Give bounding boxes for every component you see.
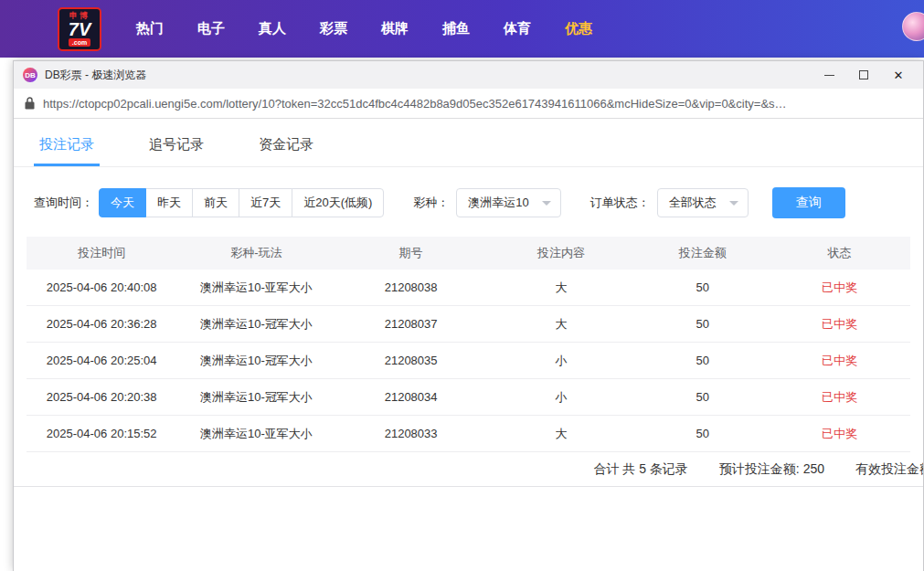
cell-status: 已中奖	[769, 426, 910, 442]
screen: 申博 7V .com 热门 电子 真人 彩票 棋牌 捕鱼 体育 优惠 DB DB…	[0, 0, 924, 571]
cell-bet-content: 大	[486, 426, 636, 442]
header-status: 状态	[769, 245, 910, 261]
date-last7days-button[interactable]: 近7天	[239, 188, 292, 217]
date-today-button[interactable]: 今天	[99, 188, 146, 217]
table-row: 2025-04-06 20:36:28 澳洲幸运10-冠军大小 21208037…	[27, 306, 910, 343]
chevron-down-icon	[542, 201, 551, 206]
summary-expected-amount: 预计投注金额: 250	[719, 461, 824, 478]
summary-bar: 合计 共 5 条记录 预计投注金额: 250 有效投注金额	[14, 452, 923, 487]
cell-game-play: 澳洲幸运10-冠军大小	[176, 389, 335, 406]
cell-bet-content: 大	[486, 316, 636, 333]
cell-game-play: 澳洲幸运10-冠军大小	[176, 316, 335, 333]
header-issue: 期号	[335, 245, 485, 261]
cell-bet-content: 小	[486, 353, 636, 369]
top-nav: 热门 电子 真人 彩票 棋牌 捕鱼 体育 优惠	[136, 20, 592, 37]
close-button[interactable]: ✕	[881, 62, 916, 88]
status-select-value: 全部状态	[669, 195, 717, 211]
status-select[interactable]: 全部状态	[657, 188, 749, 217]
nav-item-fishing[interactable]: 捕鱼	[442, 20, 470, 37]
cell-status: 已中奖	[769, 389, 910, 406]
maximize-button[interactable]	[846, 62, 881, 88]
nav-item-board-games[interactable]: 棋牌	[381, 20, 409, 37]
table-header-row: 投注时间 彩种-玩法 期号 投注内容 投注金额 状态	[27, 237, 910, 270]
nav-item-promotions[interactable]: 优惠	[565, 20, 592, 37]
cell-bet-amount: 50	[636, 390, 769, 404]
cell-bet-time: 2025-04-06 20:20:38	[27, 390, 176, 404]
header-bet-content: 投注内容	[486, 245, 636, 261]
nav-item-sports[interactable]: 体育	[504, 20, 531, 37]
header-game-play: 彩种-玩法	[176, 245, 335, 261]
tab-chase-records[interactable]: 追号记录	[143, 131, 209, 166]
date-range-group: 今天 昨天 前天 近7天 近20天(低频)	[99, 188, 384, 217]
cell-bet-time: 2025-04-06 20:36:28	[27, 317, 176, 331]
filter-bar: 查询时间： 今天 昨天 前天 近7天 近20天(低频) 彩种： 澳洲幸运10 订…	[14, 167, 923, 237]
cell-bet-time: 2025-04-06 20:25:04	[27, 354, 176, 367]
avatar[interactable]	[902, 12, 924, 41]
tab-bar: 投注记录 追号记录 资金记录	[14, 119, 923, 167]
cell-issue: 21208038	[335, 280, 485, 294]
table-row: 2025-04-06 20:20:38 澳洲幸运10-冠军大小 21208034…	[27, 379, 910, 416]
nav-item-lottery[interactable]: 彩票	[320, 20, 347, 37]
cell-bet-amount: 50	[636, 354, 769, 367]
lottery-select-value: 澳洲幸运10	[468, 195, 528, 211]
cell-status: 已中奖	[769, 316, 910, 333]
cell-status: 已中奖	[769, 353, 910, 369]
url-text: https://ctopcp02pcali.uengi5e.com/lotter…	[43, 97, 787, 111]
header-bet-amount: 投注金额	[636, 245, 769, 261]
cell-issue: 21208034	[335, 390, 485, 404]
table-row: 2025-04-06 20:25:04 澳洲幸运10-冠军大小 21208035…	[27, 343, 910, 379]
cell-bet-amount: 50	[636, 427, 769, 440]
cell-bet-amount: 50	[636, 280, 769, 294]
status-filter-label: 订单状态：	[590, 195, 650, 211]
cell-bet-time: 2025-04-06 20:40:08	[27, 280, 176, 294]
tab-fund-records[interactable]: 资金记录	[253, 131, 319, 166]
lock-icon	[25, 97, 35, 110]
cell-status: 已中奖	[769, 280, 910, 296]
maximize-icon	[859, 70, 868, 79]
summary-total: 合计 共 5 条记录	[593, 461, 687, 478]
favicon: DB	[23, 68, 37, 82]
cell-game-play: 澳洲幸运10-冠军大小	[176, 353, 335, 369]
cell-bet-time: 2025-04-06 20:15:52	[27, 427, 176, 440]
cell-bet-content: 大	[486, 280, 636, 296]
lottery-select[interactable]: 澳洲幸运10	[456, 188, 560, 217]
chevron-down-icon	[729, 201, 738, 206]
address-bar[interactable]: https://ctopcp02pcali.uengi5e.com/lotter…	[14, 89, 923, 119]
time-filter-label: 查询时间：	[34, 195, 93, 211]
minimize-button[interactable]	[812, 62, 846, 88]
bet-records-table: 投注时间 彩种-玩法 期号 投注内容 投注金额 状态 2025-04-06 20…	[27, 237, 910, 452]
date-yesterday-button[interactable]: 昨天	[145, 188, 193, 217]
date-last20days-button[interactable]: 近20天(低频)	[292, 188, 384, 217]
browser-window: DB DB彩票 - 极速浏览器 ✕ https://ctopcp02pcali.…	[13, 60, 924, 571]
page-content: 投注记录 追号记录 资金记录 查询时间： 今天 昨天 前天 近7天 近20天(低…	[14, 119, 923, 487]
window-title: DB彩票 - 极速浏览器	[45, 68, 812, 83]
date-daybefore-button[interactable]: 前天	[192, 188, 239, 217]
cell-game-play: 澳洲幸运10-亚军大小	[176, 280, 335, 296]
cell-issue: 21208033	[335, 427, 485, 440]
close-icon: ✕	[894, 69, 904, 81]
cell-bet-amount: 50	[636, 317, 769, 331]
window-controls: ✕	[812, 62, 916, 88]
tab-bet-records[interactable]: 投注记录	[34, 131, 100, 166]
logo-text-main: 7V	[69, 20, 90, 38]
window-titlebar[interactable]: DB DB彩票 - 极速浏览器 ✕	[14, 61, 923, 89]
header-bet-time: 投注时间	[27, 245, 176, 261]
site-logo[interactable]: 申博 7V .com	[58, 7, 101, 51]
cell-game-play: 澳洲幸运10-亚军大小	[176, 426, 335, 442]
summary-valid-amount: 有效投注金额	[855, 461, 924, 478]
cell-issue: 21208037	[335, 317, 485, 331]
lottery-filter-label: 彩种：	[413, 195, 449, 211]
cell-bet-content: 小	[486, 389, 636, 406]
table-row: 2025-04-06 20:15:52 澳洲幸运10-亚军大小 21208033…	[27, 416, 910, 452]
cell-issue: 21208035	[335, 354, 485, 367]
favicon-text: DB	[25, 71, 36, 79]
nav-item-electronic[interactable]: 电子	[197, 20, 225, 37]
query-button[interactable]: 查询	[772, 187, 845, 218]
site-topbar: 申博 7V .com 热门 电子 真人 彩票 棋牌 捕鱼 体育 优惠	[0, 0, 924, 58]
minimize-icon	[824, 75, 834, 76]
nav-item-live[interactable]: 真人	[259, 20, 286, 37]
logo-text-sub: .com	[69, 38, 90, 47]
nav-item-hot[interactable]: 热门	[136, 20, 164, 37]
table-row: 2025-04-06 20:40:08 澳洲幸运10-亚军大小 21208038…	[27, 270, 910, 306]
